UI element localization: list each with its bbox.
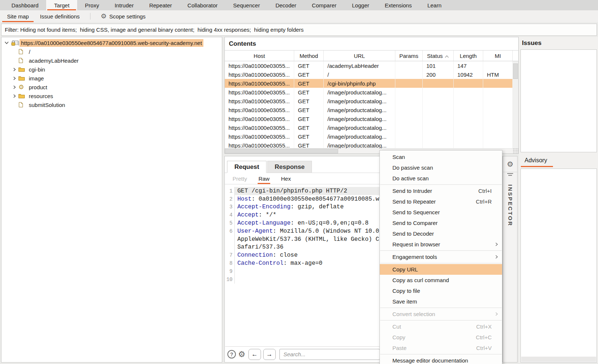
table-row[interactable]: https://0a01000e03055...GET/image/produc…	[225, 114, 518, 123]
tab-site-map-label: Site map	[7, 13, 29, 20]
menu-item-save-item[interactable]: Save item	[380, 296, 502, 307]
menu-item-label: Convert selection	[392, 311, 493, 317]
line-number: 8	[225, 259, 235, 267]
column-header-length[interactable]: Length	[454, 51, 483, 61]
tree-item-image[interactable]: image	[1, 74, 222, 83]
tab-response[interactable]: Response	[267, 161, 312, 173]
tree-item-resources[interactable]: resources	[1, 91, 222, 100]
menu-item-shortcut: Ctrl+I	[478, 188, 492, 194]
column-header-url[interactable]: URL	[324, 51, 395, 61]
menu-item-send-to-comparer[interactable]: Send to Comparer	[380, 218, 502, 228]
menu-item-copy-url[interactable]: Copy URL	[380, 264, 502, 275]
tree-item-submitsolution[interactable]: submitSolution	[1, 100, 222, 109]
menu-item-send-to-intruder[interactable]: Send to IntruderCtrl+I	[380, 186, 502, 196]
search-prev-button[interactable]: ←	[248, 349, 261, 360]
search-next-button[interactable]: →	[263, 349, 276, 360]
main-tab-label: Comparer	[312, 2, 337, 8]
chevron-right-icon[interactable]	[11, 67, 18, 72]
table-row[interactable]: https://0a01000e03055...GET/image/produc…	[225, 141, 518, 148]
tab-issue-definitions[interactable]: Issue definitions	[34, 10, 85, 22]
main-tab-repeater[interactable]: Repeater	[141, 0, 180, 10]
menu-item-request-in-browser[interactable]: Request in browser	[380, 239, 502, 250]
menu-item-copy-to-file[interactable]: Copy to file	[380, 285, 502, 296]
main-tab-collaborator[interactable]: Collaborator	[180, 0, 226, 10]
table-row[interactable]: https://0a01000e03055...GET/20010942HTM	[225, 70, 518, 79]
header-value: : 0a01000e030550ee8054677a00910085.w	[251, 196, 379, 202]
site-map-tree: https://0a01000e030550ee8054677a00910085…	[1, 37, 222, 363]
table-row[interactable]: https://0a01000e03055...GET/cgi-bin/phpi…	[225, 79, 518, 88]
menu-item-copy-as-curl-command[interactable]: Copy as curl command	[380, 275, 502, 285]
chevron-right-icon[interactable]	[11, 76, 18, 80]
menu-item-send-to-decoder[interactable]: Send to Decoder	[380, 228, 502, 239]
cell-method: GET	[294, 132, 324, 141]
tree-item-academylabheader[interactable]: academyLabHeader	[1, 56, 222, 65]
arrow-left-icon: ←	[251, 351, 258, 358]
column-header-host[interactable]: Host	[225, 51, 294, 61]
vertical-scrollbar[interactable]	[513, 61, 518, 148]
scrollbar-thumb[interactable]	[225, 149, 338, 153]
cell-host: https://0a01000e03055...	[225, 114, 294, 123]
cell-mime	[483, 123, 513, 132]
tab-site-map[interactable]: Site map	[1, 10, 34, 22]
main-tab-label: Repeater	[149, 2, 172, 8]
main-tab-target[interactable]: Target	[46, 0, 77, 10]
inspector-label[interactable]: INSPECTOR	[507, 184, 513, 226]
inspector-collapse-icon[interactable]	[506, 172, 514, 178]
menu-item-send-to-sequencer[interactable]: Send to Sequencer	[380, 207, 502, 218]
chevron-right-icon[interactable]	[11, 85, 18, 89]
main-tab-decoder[interactable]: Decoder	[268, 0, 304, 10]
tree-item-[interactable]: /	[1, 47, 222, 56]
menu-item-do-passive-scan[interactable]: Do passive scan	[380, 162, 502, 173]
tree-root-label: https://0a01000e030550ee8054677a00910085…	[20, 39, 203, 47]
tree-item-label: /	[27, 48, 32, 56]
main-tab-extensions[interactable]: Extensions	[377, 0, 419, 10]
scope-settings-button[interactable]: ⚙ Scope settings	[95, 10, 151, 22]
advisory-footer	[521, 357, 596, 362]
main-tab-learn[interactable]: Learn	[420, 0, 449, 10]
menu-item-send-to-repeater[interactable]: Send to RepeaterCtrl+R	[380, 196, 502, 207]
editor-settings-gear-icon[interactable]: ⚙	[238, 350, 245, 358]
menu-item-label: Engagement tools	[392, 254, 493, 260]
table-row[interactable]: https://0a01000e03055...GET/image/produc…	[225, 132, 518, 141]
tab-advisory[interactable]: Advisory	[525, 157, 547, 164]
scrollbar-thumb[interactable]	[513, 63, 518, 79]
main-tab-dashboard[interactable]: Dashboard	[4, 0, 46, 10]
cell-method: GET	[294, 123, 324, 132]
tab-request[interactable]: Request	[227, 161, 267, 173]
column-header-mi[interactable]: MI	[483, 51, 513, 61]
menu-item-engagement-tools[interactable]: Engagement tools	[380, 252, 502, 262]
main-tab-proxy[interactable]: Proxy	[77, 0, 107, 10]
table-row[interactable]: https://0a01000e03055...GET/image/produc…	[225, 88, 518, 97]
main-tab-intruder[interactable]: Intruder	[107, 0, 141, 10]
tree-item-cgi-bin[interactable]: cgi-bin	[1, 65, 222, 74]
cell-params	[395, 123, 423, 132]
column-header-method[interactable]: Method	[294, 51, 324, 61]
main-tab-comparer[interactable]: Comparer	[304, 0, 344, 10]
inspector-gear-icon[interactable]: ⚙	[507, 160, 513, 169]
issues-list[interactable]	[520, 49, 597, 152]
menu-item-scan[interactable]: Scan	[380, 152, 502, 162]
main-tab-label: Learn	[427, 2, 441, 8]
column-header-status[interactable]: Status	[423, 51, 454, 61]
table-row[interactable]: https://0a01000e03055...GET/image/produc…	[225, 97, 518, 105]
editor-search-input[interactable]	[279, 349, 380, 360]
filter-bar[interactable]: Filter: Hiding not found items; hiding C…	[1, 24, 597, 36]
tab-request-label: Request	[234, 163, 259, 171]
help-icon[interactable]: ?	[227, 350, 236, 358]
table-row[interactable]: https://0a01000e03055...GET/image/produc…	[225, 123, 518, 132]
tab-raw[interactable]: Raw	[258, 174, 269, 183]
tab-hex[interactable]: Hex	[281, 174, 291, 183]
table-row[interactable]: https://0a01000e03055...GET/image/produc…	[225, 105, 518, 114]
main-tab-logger[interactable]: Logger	[344, 0, 377, 10]
chevron-down-icon[interactable]	[3, 41, 10, 45]
menu-item-convert-selection: Convert selection	[380, 309, 502, 319]
menu-item-message-editor-documentation[interactable]: Message editor documentation	[380, 355, 502, 364]
menu-item-do-active-scan[interactable]: Do active scan	[380, 173, 502, 184]
tree-item-product[interactable]: ⚙product	[1, 83, 222, 91]
tree-root-host[interactable]: https://0a01000e030550ee8054677a00910085…	[1, 38, 222, 47]
main-tab-sequencer[interactable]: Sequencer	[226, 0, 268, 10]
column-header-params[interactable]: Params	[395, 51, 423, 61]
chevron-right-icon[interactable]	[11, 94, 18, 98]
inspector-strip[interactable]: ⚙ INSPECTOR	[503, 156, 518, 363]
table-row[interactable]: https://0a01000e03055...GET/academyLabHe…	[225, 61, 518, 70]
